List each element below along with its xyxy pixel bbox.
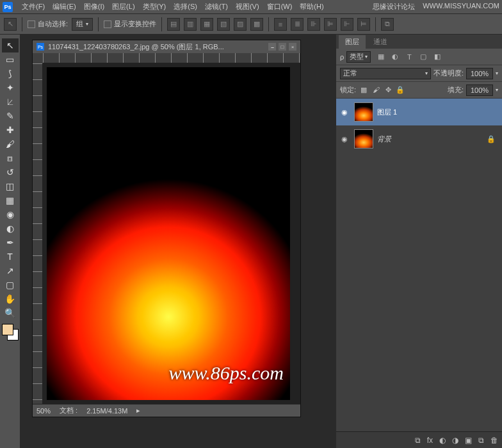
blend-mode-select[interactable]: 正常 ▾	[340, 68, 431, 79]
distribute-icon[interactable]: ⊫	[324, 18, 337, 31]
eraser-tool[interactable]: ◫	[2, 179, 19, 193]
lasso-tool[interactable]: ⟆	[2, 67, 19, 81]
new-layer-icon[interactable]: ⧉	[478, 436, 484, 445]
layer-row[interactable]: ◉ 图层 1	[336, 99, 502, 125]
foreground-color-swatch[interactable]	[2, 324, 13, 335]
adjustment-layer-icon[interactable]: ◑	[452, 436, 458, 445]
canvas-viewport[interactable]: www.86ps.com	[43, 63, 300, 404]
stamp-tool[interactable]: ⧈	[2, 151, 19, 165]
layer-name[interactable]: 背景	[377, 134, 391, 144]
dropdown-icon: ▾	[365, 54, 368, 60]
menu-view[interactable]: 视图(V)	[232, 1, 263, 13]
marquee-tool[interactable]: ▭	[2, 52, 19, 67]
shape-tool[interactable]: ▢	[2, 278, 19, 292]
menu-image[interactable]: 图像(I)	[80, 1, 108, 13]
vertical-ruler[interactable]	[33, 63, 43, 404]
hand-tool[interactable]: ✋	[2, 292, 19, 306]
heal-tool[interactable]: ✚	[2, 123, 19, 137]
fill-dropdown-icon[interactable]: ▾	[496, 87, 498, 93]
link-layers-icon[interactable]: ⧉	[415, 436, 421, 445]
visibility-toggle[interactable]: ◉	[339, 135, 350, 143]
menu-select[interactable]: 选择(S)	[170, 1, 201, 13]
auto-select-checkbox[interactable]: 自动选择:	[28, 19, 68, 29]
filter-kind-select[interactable]: 类型 ▾	[346, 51, 371, 63]
layers-footer: ⧉ fx ◐ ◑ ▣ ⧉ 🗑	[336, 431, 502, 448]
dodge-tool[interactable]: ◐	[2, 221, 19, 236]
auto-align-icon[interactable]: ⧉	[381, 18, 394, 31]
distribute-icon[interactable]: ≡	[274, 18, 287, 31]
eyedropper-tool[interactable]: ✎	[2, 109, 19, 123]
trash-icon[interactable]: 🗑	[490, 436, 498, 445]
distribute-icon[interactable]: ⊨	[357, 18, 370, 31]
wand-tool[interactable]: ✦	[2, 81, 19, 95]
document-titlebar[interactable]: Ps 11074431_122403780263_2.jpg @ 50% (图层…	[33, 40, 300, 53]
layer-mask-icon[interactable]: ◐	[439, 436, 446, 445]
zoom-readout[interactable]: 50%	[36, 407, 51, 415]
canvas[interactable]: www.86ps.com	[47, 67, 290, 400]
align-icon[interactable]: ▦	[200, 18, 213, 31]
crop-tool[interactable]: ⟀	[2, 95, 19, 109]
menu-help[interactable]: 帮助(H)	[296, 1, 327, 13]
layer-row[interactable]: ◉ 背景 🔒	[336, 125, 502, 152]
layer-thumbnail[interactable]	[354, 102, 373, 122]
lock-pixels-icon[interactable]: 🖌	[371, 84, 381, 95]
move-tool-indicator[interactable]: ↖	[4, 18, 17, 31]
pen-tool[interactable]: ✒	[2, 236, 19, 250]
blur-tool[interactable]: ◉	[2, 207, 19, 221]
lock-position-icon[interactable]: ✥	[383, 85, 393, 95]
gradient-tool[interactable]: ▦	[2, 193, 19, 207]
layer-thumbnail[interactable]	[354, 129, 373, 148]
align-icon[interactable]: ▨	[234, 18, 247, 31]
filter-smart-icon[interactable]: ◧	[432, 52, 442, 62]
visibility-toggle[interactable]: ◉	[339, 108, 350, 116]
align-icon[interactable]: ▩	[250, 18, 263, 31]
minimize-icon[interactable]: ‒	[268, 43, 276, 51]
checkbox-icon	[28, 20, 35, 28]
zoom-tool[interactable]: 🔍	[2, 306, 19, 320]
filter-shape-icon[interactable]: ▢	[418, 52, 428, 62]
color-swatches[interactable]	[2, 324, 19, 340]
align-icon[interactable]: ▥	[184, 18, 197, 31]
show-transform-checkbox[interactable]: 显示变换控件	[104, 19, 156, 29]
lock-transparent-icon[interactable]: ▩	[359, 85, 369, 95]
show-transform-label: 显示变换控件	[114, 19, 156, 29]
horizontal-ruler[interactable]	[43, 53, 300, 63]
filter-type-icon[interactable]: T	[404, 52, 414, 62]
document-window: Ps 11074431_122403780263_2.jpg @ 50% (图层…	[32, 40, 301, 417]
distribute-icon[interactable]: ≣	[291, 18, 304, 31]
opacity-field[interactable]: 100%	[466, 68, 493, 79]
layer-fx-icon[interactable]: fx	[427, 436, 433, 445]
tab-layers[interactable]: 图层	[339, 35, 366, 49]
app-icon: Ps	[3, 2, 13, 12]
auto-select-target[interactable]: 组 ▾	[72, 18, 93, 31]
lock-all-icon[interactable]: 🔒	[395, 85, 405, 95]
filter-pixel-icon[interactable]: ▦	[376, 52, 386, 62]
menu-type[interactable]: 类型(Y)	[139, 1, 170, 13]
menu-edit[interactable]: 编辑(E)	[49, 1, 80, 13]
align-icon[interactable]: ▧	[217, 18, 230, 31]
path-tool[interactable]: ↗	[2, 264, 19, 278]
group-icon[interactable]: ▣	[465, 436, 472, 445]
close-icon[interactable]: ×	[289, 43, 296, 51]
filter-adj-icon[interactable]: ◐	[390, 52, 400, 62]
opacity-dropdown-icon[interactable]: ▾	[496, 70, 498, 76]
distribute-icon[interactable]: ⊪	[307, 18, 320, 31]
history-brush-tool[interactable]: ↺	[2, 165, 19, 179]
filter-search-icon[interactable]: ρ	[340, 53, 344, 61]
opacity-label: 不透明度:	[433, 68, 464, 78]
menu-filter[interactable]: 滤镜(T)	[201, 1, 232, 13]
distribute-icon[interactable]: ⊩	[341, 18, 353, 31]
move-tool[interactable]: ↖	[2, 38, 19, 52]
menu-layer[interactable]: 图层(L)	[108, 1, 138, 13]
fill-field[interactable]: 100%	[466, 84, 493, 96]
menu-window[interactable]: 窗口(W)	[263, 1, 296, 13]
tab-channels[interactable]: 通道	[367, 35, 394, 49]
watermark-url: WWW.MISSYUAN.COM	[423, 2, 499, 12]
status-arrow-icon[interactable]: ▸	[136, 406, 140, 415]
type-tool[interactable]: T	[2, 250, 19, 264]
brush-tool[interactable]: 🖌	[2, 137, 19, 151]
layer-name[interactable]: 图层 1	[377, 108, 397, 117]
menu-file[interactable]: 文件(F)	[18, 1, 49, 13]
align-icon[interactable]: ▤	[167, 18, 180, 31]
maximize-icon[interactable]: □	[279, 43, 286, 51]
